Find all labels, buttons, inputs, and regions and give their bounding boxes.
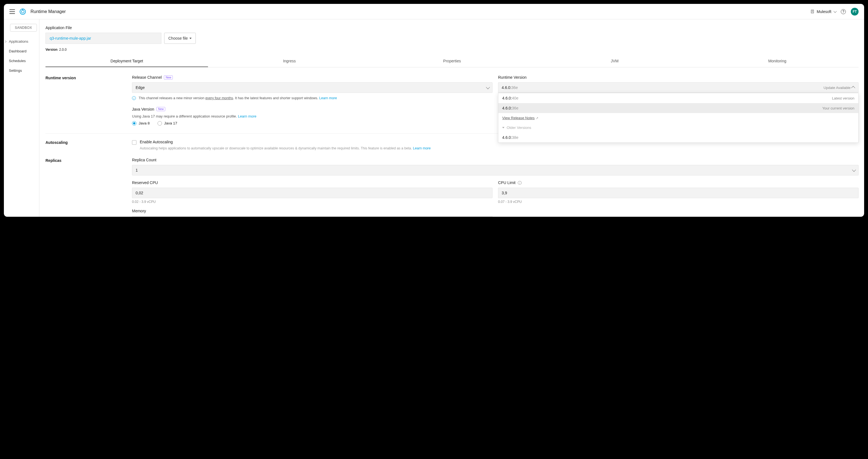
external-link-icon: ↗ [536, 117, 538, 120]
main-content: Application File q3-runtime-mule-app.jar… [39, 20, 864, 217]
view-release-notes-link[interactable]: View Release Notes↗ [498, 113, 858, 123]
autoscaling-description: Autoscaling helps applications to automa… [140, 146, 431, 151]
sidebar-item-dashboard[interactable]: Dashboard [4, 46, 39, 56]
choose-file-button[interactable]: Choose file [164, 33, 196, 44]
chevron-down-icon [834, 9, 837, 12]
org-switcher[interactable]: Mulesoft [810, 9, 836, 14]
learn-more-link[interactable]: Learn more [319, 96, 337, 100]
tab-ingress[interactable]: Ingress [208, 56, 371, 67]
enable-autoscaling-checkbox[interactable] [132, 140, 136, 145]
learn-more-link[interactable]: Learn more [413, 146, 431, 150]
radio-icon [157, 121, 162, 126]
reserved-cpu-input[interactable]: 0,02 [132, 188, 493, 198]
tabs: Deployment Target Ingress Properties JVM… [45, 56, 859, 67]
tab-jvm[interactable]: JVM [533, 56, 696, 67]
environment-badge[interactable]: SANDBOX [10, 24, 37, 32]
svg-rect-3 [811, 10, 814, 13]
reserved-cpu-hint: 0.02 - 3.9 vCPU [132, 200, 493, 204]
replica-count-label: Replica Count [132, 158, 859, 162]
replicas-row-label: Replicas [45, 158, 132, 217]
help-icon[interactable]: ? [841, 9, 846, 14]
older-versions-toggle[interactable]: Older Versions [498, 123, 858, 132]
hamburger-icon[interactable] [9, 9, 15, 14]
sidebar-item-applications[interactable]: Applications [4, 37, 39, 46]
autoscaling-row-label: Autoscaling [45, 140, 132, 151]
org-name: Mulesoft [817, 9, 831, 14]
app-window: Runtime Manager Mulesoft ? FT SANDBOX Ap… [4, 4, 864, 217]
update-available-label: Update Available [824, 86, 850, 90]
chevron-down-icon [486, 86, 490, 89]
runtime-version-option-current[interactable]: 4.6.0:36e Your current version [498, 103, 858, 113]
tab-properties[interactable]: Properties [371, 56, 533, 67]
runtime-manager-logo-icon [20, 8, 26, 15]
radio-icon [132, 121, 136, 126]
topbar-left: Runtime Manager [9, 8, 66, 15]
choose-file-label: Choose file [168, 36, 188, 40]
runtime-version-select[interactable]: 4.6.0:36e Update Available [498, 82, 859, 93]
avatar[interactable]: FT [851, 8, 859, 15]
new-badge: New [164, 75, 173, 79]
application-file-display: q3-runtime-mule-app.jar [45, 33, 161, 44]
java-8-radio[interactable]: Java 8 [132, 121, 150, 126]
triangle-down-icon [502, 127, 504, 128]
runtime-version-dropdown: 4.6.0:40e Latest version 4.6.0:36e Your … [498, 93, 859, 143]
cpu-limit-hint: 0.07 - 3.9 vCPU [498, 200, 859, 204]
info-icon[interactable]: i [518, 181, 522, 185]
sidebar: SANDBOX Applications Dashboard Schedules… [4, 20, 39, 217]
runtime-version-option-latest[interactable]: 4.6.0:40e Latest version [498, 93, 858, 103]
svg-point-1 [21, 10, 24, 13]
runtime-version-row-label: Runtime version [45, 75, 132, 126]
tab-deployment-target[interactable]: Deployment Target [45, 56, 208, 67]
sidebar-item-settings[interactable]: Settings [4, 66, 39, 75]
chevron-down-icon [852, 168, 856, 171]
release-channel-info: i This channel releases a new minor vers… [132, 96, 493, 101]
app-version: Version2.0.0 [45, 48, 864, 52]
java-version-note: Using Java 17 may require a different ap… [132, 114, 493, 118]
learn-more-link[interactable]: Learn more [238, 114, 256, 118]
app-title: Runtime Manager [31, 9, 66, 14]
new-badge: New [156, 107, 165, 111]
runtime-version-option-older[interactable]: 4.6.0:38e [498, 132, 858, 142]
topbar: Runtime Manager Mulesoft ? FT [4, 4, 864, 20]
reserved-cpu-label: Reserved CPU [132, 181, 493, 185]
cpu-limit-input[interactable]: 3,9 [498, 188, 859, 198]
memory-input[interactable]: 0,7 [132, 216, 493, 217]
release-channel-select[interactable]: Edge [132, 82, 493, 93]
enable-autoscaling-label: Enable Autoscaling [140, 140, 431, 144]
sidebar-item-schedules[interactable]: Schedules [4, 56, 39, 66]
runtime-version-label: Runtime Version [498, 75, 859, 79]
release-channel-value: Edge [135, 86, 145, 90]
cpu-limit-label: CPU Limit i [498, 181, 859, 185]
memory-label: Memory [132, 209, 493, 213]
topbar-right: Mulesoft ? FT [810, 8, 859, 15]
building-icon [810, 9, 814, 13]
chevron-up-icon [851, 86, 855, 90]
replica-count-select[interactable]: 1 [132, 165, 859, 175]
svg-point-2 [22, 9, 23, 10]
java-17-radio[interactable]: Java 17 [157, 121, 177, 126]
java-version-label: Java Version New [132, 107, 493, 111]
caret-down-icon [189, 38, 192, 39]
info-icon: i [132, 96, 136, 100]
replica-count-value: 1 [135, 168, 138, 172]
application-file-label: Application File [45, 26, 864, 30]
release-channel-label: Release Channel New [132, 75, 493, 79]
tab-monitoring[interactable]: Monitoring [696, 56, 859, 67]
application-file-link[interactable]: q3-runtime-mule-app.jar [50, 36, 91, 40]
